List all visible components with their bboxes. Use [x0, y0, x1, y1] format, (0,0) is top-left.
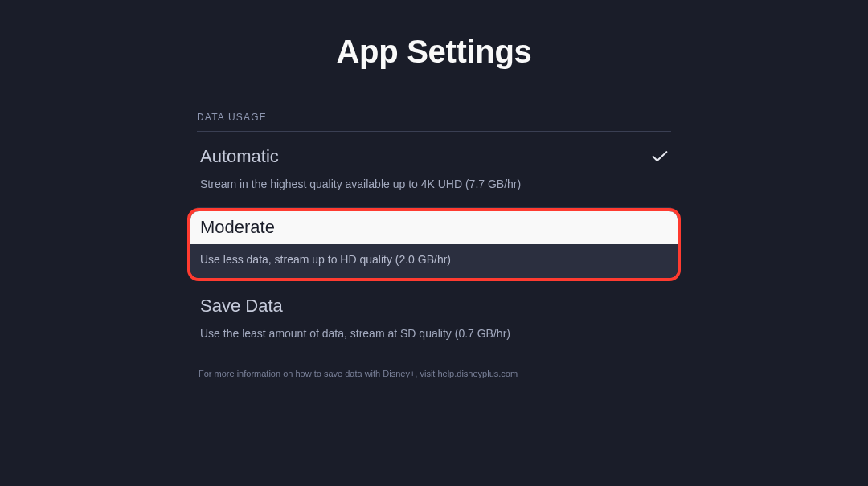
- option-save-data-desc: Use the least amount of data, stream at …: [197, 326, 671, 342]
- option-automatic-title: Automatic: [200, 146, 279, 167]
- option-moderate-desc: Use less data, stream up to HD quality (…: [190, 244, 678, 278]
- section-header-data-usage: DATA USAGE: [197, 112, 671, 132]
- option-save-data[interactable]: Save Data Use the least amount of data, …: [197, 281, 671, 357]
- settings-panel: DATA USAGE Automatic Stream in the highe…: [197, 112, 671, 378]
- option-save-data-title: Save Data: [200, 296, 283, 317]
- option-automatic[interactable]: Automatic Stream in the highest quality …: [197, 132, 671, 208]
- option-moderate-title: Moderate: [200, 217, 275, 238]
- page-title: App Settings: [336, 34, 531, 70]
- option-automatic-desc: Stream in the highest quality available …: [197, 177, 671, 193]
- option-moderate[interactable]: Moderate Use less data, stream up to HD …: [187, 208, 681, 281]
- checkmark-icon: [652, 150, 668, 163]
- footer-note: For more information on how to save data…: [197, 369, 671, 378]
